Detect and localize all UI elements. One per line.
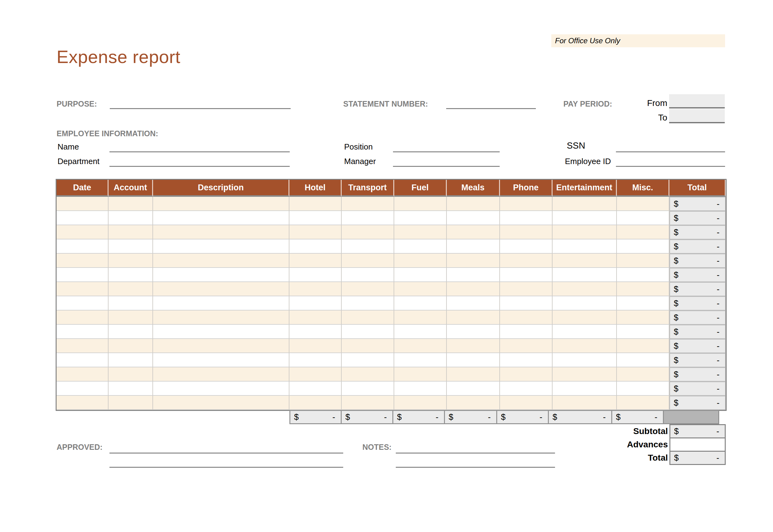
expense-cell-r3-account[interactable] — [108, 225, 153, 239]
expense-cell-r2-account[interactable] — [108, 211, 153, 225]
expense-cell-r15-transport[interactable] — [342, 396, 394, 410]
expense-cell-r12-transport[interactable] — [342, 353, 394, 367]
expense-cell-r8-fuel[interactable] — [394, 296, 447, 310]
employee-id-line[interactable] — [616, 166, 725, 167]
expense-cell-r7-misc[interactable] — [617, 282, 670, 296]
expense-cell-r13-phone[interactable] — [500, 367, 552, 382]
expense-cell-r4-phone[interactable] — [500, 239, 552, 254]
expense-cell-r2-meals[interactable] — [447, 211, 500, 225]
expense-cell-r3-entertainment[interactable] — [552, 225, 617, 239]
expense-cell-r1-hotel[interactable] — [289, 197, 342, 211]
expense-cell-r2-phone[interactable] — [500, 211, 552, 225]
expense-cell-r7-phone[interactable] — [500, 282, 552, 296]
expense-cell-r9-entertainment[interactable] — [552, 310, 617, 325]
expense-cell-r9-date[interactable] — [57, 310, 108, 325]
expense-cell-r10-misc[interactable] — [617, 325, 670, 339]
name-line[interactable] — [109, 151, 290, 152]
expense-cell-r15-phone[interactable] — [500, 396, 552, 410]
expense-cell-r10-phone[interactable] — [500, 325, 552, 339]
expense-cell-r15-description[interactable] — [153, 396, 289, 410]
expense-cell-r2-date[interactable] — [57, 211, 108, 225]
expense-cell-r10-hotel[interactable] — [289, 325, 342, 339]
expense-cell-r7-account[interactable] — [108, 282, 153, 296]
expense-cell-r6-entertainment[interactable] — [552, 268, 617, 282]
expense-cell-r1-phone[interactable] — [500, 197, 552, 211]
expense-cell-r13-fuel[interactable] — [394, 367, 447, 382]
expense-cell-r1-date[interactable] — [57, 197, 108, 211]
expense-cell-r5-hotel[interactable] — [289, 254, 342, 268]
expense-cell-r9-misc[interactable] — [617, 310, 670, 325]
expense-cell-r5-transport[interactable] — [342, 254, 394, 268]
purpose-line[interactable] — [110, 108, 291, 109]
expense-cell-r14-transport[interactable] — [342, 382, 394, 396]
expense-cell-r4-meals[interactable] — [447, 239, 500, 254]
expense-cell-r12-description[interactable] — [153, 353, 289, 367]
expense-cell-r12-date[interactable] — [57, 353, 108, 367]
expense-cell-r11-description[interactable] — [153, 339, 289, 353]
expense-cell-r10-transport[interactable] — [342, 325, 394, 339]
expense-cell-r8-transport[interactable] — [342, 296, 394, 310]
expense-cell-r2-entertainment[interactable] — [552, 211, 617, 225]
expense-cell-r9-account[interactable] — [108, 310, 153, 325]
expense-cell-r6-phone[interactable] — [500, 268, 552, 282]
subtotal-cell[interactable]: $ - — [670, 424, 726, 438]
expense-cell-r4-description[interactable] — [153, 239, 289, 254]
expense-cell-r3-date[interactable] — [57, 225, 108, 239]
expense-cell-r6-date[interactable] — [57, 268, 108, 282]
pay-period-from-field[interactable] — [669, 94, 725, 108]
expense-cell-r11-meals[interactable] — [447, 339, 500, 353]
expense-cell-r14-hotel[interactable] — [289, 382, 342, 396]
ssn-line[interactable] — [616, 151, 725, 152]
statement-number-line[interactable] — [446, 108, 536, 109]
expense-cell-r8-date[interactable] — [57, 296, 108, 310]
expense-cell-r2-description[interactable] — [153, 211, 289, 225]
expense-cell-r5-date[interactable] — [57, 254, 108, 268]
expense-cell-r11-phone[interactable] — [500, 339, 552, 353]
expense-cell-r13-transport[interactable] — [342, 367, 394, 382]
expense-cell-r15-meals[interactable] — [447, 396, 500, 410]
expense-cell-r7-description[interactable] — [153, 282, 289, 296]
expense-cell-r11-fuel[interactable] — [394, 339, 447, 353]
expense-cell-r7-transport[interactable] — [342, 282, 394, 296]
expense-cell-r15-misc[interactable] — [617, 396, 670, 410]
expense-cell-r2-misc[interactable] — [617, 211, 670, 225]
expense-cell-r5-entertainment[interactable] — [552, 254, 617, 268]
expense-cell-r15-hotel[interactable] — [289, 396, 342, 410]
manager-line[interactable] — [393, 166, 500, 167]
expense-cell-r3-description[interactable] — [153, 225, 289, 239]
expense-cell-r12-entertainment[interactable] — [552, 353, 617, 367]
expense-cell-r3-hotel[interactable] — [289, 225, 342, 239]
expense-cell-r10-account[interactable] — [108, 325, 153, 339]
expense-cell-r15-fuel[interactable] — [394, 396, 447, 410]
expense-cell-r8-meals[interactable] — [447, 296, 500, 310]
expense-cell-r13-account[interactable] — [108, 367, 153, 382]
expense-cell-r6-transport[interactable] — [342, 268, 394, 282]
expense-cell-r7-fuel[interactable] — [394, 282, 447, 296]
expense-cell-r7-hotel[interactable] — [289, 282, 342, 296]
expense-cell-r9-meals[interactable] — [447, 310, 500, 325]
expense-cell-r4-transport[interactable] — [342, 239, 394, 254]
expense-cell-r1-description[interactable] — [153, 197, 289, 211]
expense-cell-r1-account[interactable] — [108, 197, 153, 211]
expense-cell-r3-phone[interactable] — [500, 225, 552, 239]
expense-cell-r8-account[interactable] — [108, 296, 153, 310]
expense-cell-r14-account[interactable] — [108, 382, 153, 396]
expense-cell-r13-misc[interactable] — [617, 367, 670, 382]
expense-cell-r12-fuel[interactable] — [394, 353, 447, 367]
expense-cell-r13-date[interactable] — [57, 367, 108, 382]
expense-cell-r3-fuel[interactable] — [394, 225, 447, 239]
expense-cell-r5-account[interactable] — [108, 254, 153, 268]
expense-cell-r11-entertainment[interactable] — [552, 339, 617, 353]
expense-cell-r7-date[interactable] — [57, 282, 108, 296]
expense-cell-r14-misc[interactable] — [617, 382, 670, 396]
expense-cell-r14-date[interactable] — [57, 382, 108, 396]
expense-cell-r13-description[interactable] — [153, 367, 289, 382]
expense-cell-r9-phone[interactable] — [500, 310, 552, 325]
expense-cell-r13-meals[interactable] — [447, 367, 500, 382]
expense-cell-r10-meals[interactable] — [447, 325, 500, 339]
expense-cell-r3-transport[interactable] — [342, 225, 394, 239]
expense-cell-r12-account[interactable] — [108, 353, 153, 367]
expense-cell-r5-phone[interactable] — [500, 254, 552, 268]
expense-cell-r1-transport[interactable] — [342, 197, 394, 211]
expense-cell-r15-account[interactable] — [108, 396, 153, 410]
